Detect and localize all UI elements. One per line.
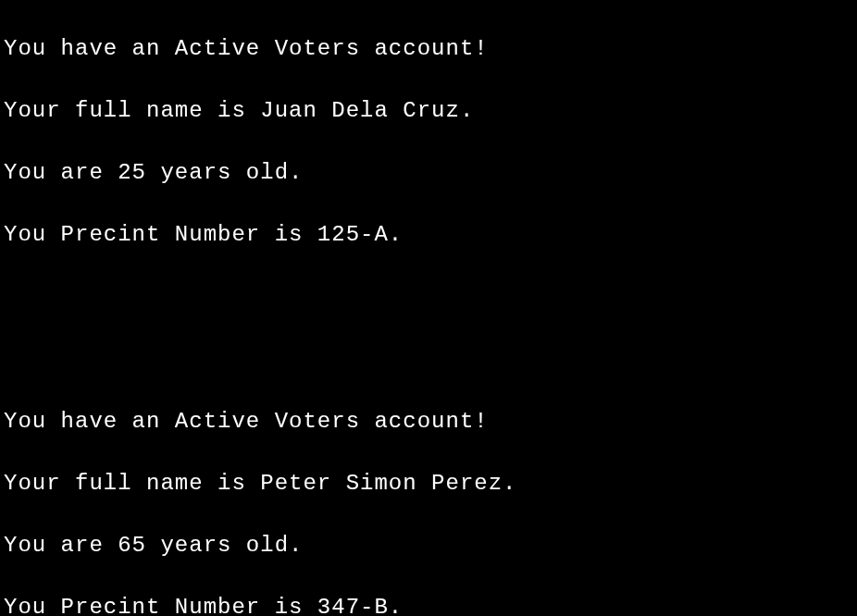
output-line: Your full name is Peter Simon Perez. [4,468,853,499]
output-line: You have an Active Voters account! [4,33,853,65]
output-line: Your full name is Juan Dela Cruz. [4,95,853,127]
output-line: You have an Active Voters account! [4,406,853,437]
console-output: You have an Active Voters account! Your … [0,0,857,616]
output-line: You Precint Number is 347-B. [4,592,853,616]
output-line: You are 25 years old. [4,157,853,189]
output-line: You Precint Number is 125-A. [4,219,853,251]
blank-line [4,344,853,376]
blank-line [4,281,853,313]
output-line: You are 65 years old. [4,530,853,561]
